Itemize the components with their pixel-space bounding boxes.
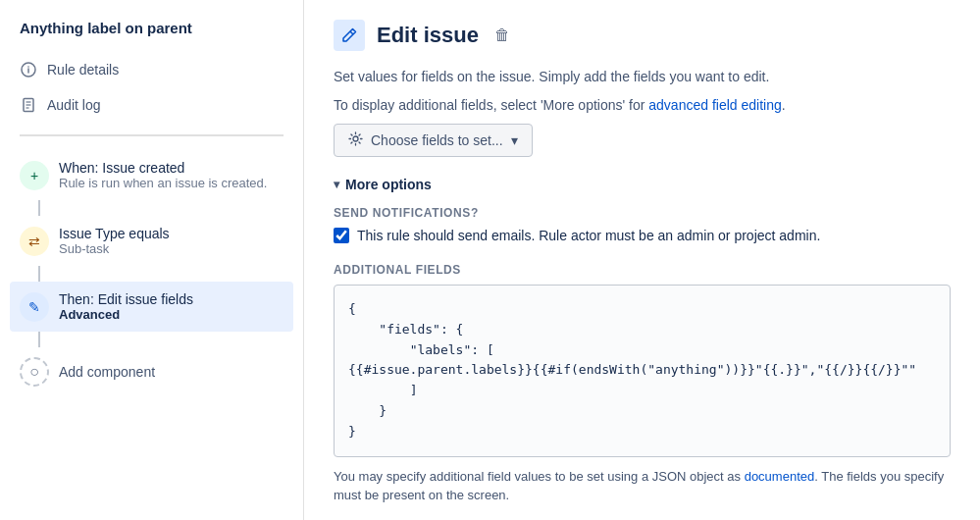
step-connector-3 bbox=[38, 332, 40, 347]
svg-line-7 bbox=[350, 31, 353, 34]
sidebar-title: Anything label on parent bbox=[0, 20, 303, 50]
description-1: Set values for fields on the issue. Simp… bbox=[334, 67, 951, 87]
svg-point-2 bbox=[27, 66, 29, 68]
step-content-when: When: Issue created Rule is run when an … bbox=[59, 160, 267, 190]
step-edit-issue-wrapper: ✎ Then: Edit issue fields Advanced bbox=[10, 282, 293, 347]
chevron-down-icon: ▾ bbox=[334, 178, 339, 191]
sidebar-divider bbox=[20, 134, 284, 136]
step-icon-issue-type: ⇄ bbox=[20, 227, 49, 256]
step-content-issue-type: Issue Type equals Sub-task bbox=[59, 226, 170, 256]
delete-button[interactable]: 🗑 bbox=[490, 23, 514, 48]
page-title: Edit issue bbox=[377, 23, 479, 48]
description-2-prefix: To display additional fields, select 'Mo… bbox=[334, 97, 648, 113]
rule-steps: + When: Issue created Rule is run when a… bbox=[0, 150, 303, 396]
step-subtitle-issue-type: Sub-task bbox=[59, 241, 170, 256]
step-connector-1 bbox=[38, 200, 40, 216]
step-issue-type[interactable]: ⇄ Issue Type equals Sub-task bbox=[10, 216, 293, 266]
dropdown-chevron-icon: ▾ bbox=[511, 132, 518, 148]
more-options-toggle[interactable]: ▾ More options bbox=[334, 177, 951, 192]
step-when-issue-created[interactable]: + When: Issue created Rule is run when a… bbox=[10, 150, 293, 200]
step-content-edit: Then: Edit issue fields Advanced bbox=[59, 291, 193, 322]
choose-fields-button[interactable]: Choose fields to set... ▾ bbox=[334, 124, 533, 157]
json-editor[interactable]: { "fields": { "labels": [ {{#issue.paren… bbox=[334, 285, 951, 457]
audit-log-icon bbox=[20, 96, 37, 114]
main-content: Edit issue 🗑 Set values for fields on th… bbox=[304, 0, 980, 520]
footer-note: You may specify additional field values … bbox=[334, 467, 951, 505]
info-icon bbox=[20, 61, 37, 78]
checkbox-row: This rule should send emails. Rule actor… bbox=[334, 228, 951, 243]
add-component-label: Add component bbox=[59, 364, 155, 380]
step-icon-when: + bbox=[20, 161, 49, 190]
step-when-issue-created-wrapper: + When: Issue created Rule is run when a… bbox=[10, 150, 293, 216]
svg-point-8 bbox=[353, 136, 358, 141]
send-notifications-label: Send notifications? bbox=[334, 206, 951, 220]
step-edit-issue[interactable]: ✎ Then: Edit issue fields Advanced bbox=[10, 282, 293, 332]
add-component-circle-icon: ○ bbox=[20, 357, 49, 387]
step-icon-edit: ✎ bbox=[20, 292, 49, 322]
sidebar-item-rule-details-label: Rule details bbox=[47, 62, 119, 78]
page-header: Edit issue 🗑 bbox=[334, 20, 951, 51]
sidebar-item-rule-details[interactable]: Rule details bbox=[0, 54, 303, 85]
sidebar-item-audit-log-label: Audit log bbox=[47, 97, 100, 113]
edit-issue-icon bbox=[334, 20, 365, 51]
documented-link[interactable]: documented bbox=[745, 469, 815, 484]
gear-icon bbox=[348, 131, 363, 149]
add-component[interactable]: ○ Add component bbox=[10, 347, 293, 396]
sidebar: Anything label on parent Rule details Au… bbox=[0, 0, 304, 520]
choose-fields-label: Choose fields to set... bbox=[371, 132, 503, 148]
description-2-suffix: . bbox=[782, 97, 786, 113]
step-title-when: When: Issue created bbox=[59, 160, 267, 176]
step-title-edit: Then: Edit issue fields bbox=[59, 291, 193, 307]
additional-fields-label: Additional fields bbox=[334, 263, 951, 277]
description-2: To display additional fields, select 'Mo… bbox=[334, 95, 951, 116]
step-title-issue-type: Issue Type equals bbox=[59, 226, 170, 241]
step-connector-2 bbox=[38, 266, 40, 282]
step-subtitle-edit: Advanced bbox=[59, 307, 193, 322]
more-options-label: More options bbox=[345, 177, 432, 192]
send-emails-label[interactable]: This rule should send emails. Rule actor… bbox=[357, 228, 820, 243]
advanced-field-editing-link[interactable]: advanced field editing bbox=[648, 97, 781, 113]
sidebar-item-audit-log[interactable]: Audit log bbox=[0, 89, 303, 121]
step-issue-type-wrapper: ⇄ Issue Type equals Sub-task bbox=[10, 216, 293, 282]
footer-note-prefix: You may specify additional field values … bbox=[334, 469, 745, 484]
step-subtitle-when: Rule is run when an issue is created. bbox=[59, 176, 267, 190]
send-emails-checkbox[interactable] bbox=[334, 228, 349, 243]
